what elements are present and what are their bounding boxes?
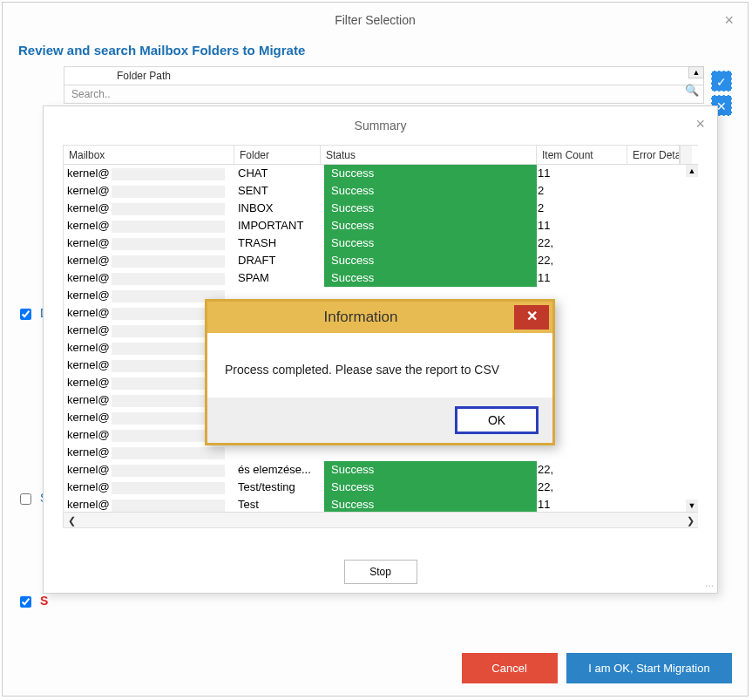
cell-status: Success — [321, 182, 537, 200]
col-folder[interactable]: Folder — [234, 146, 321, 164]
cell-folder: SENT — [234, 182, 321, 200]
table-row[interactable]: kernel@SPAMSuccess11 — [64, 269, 698, 287]
cell-error — [627, 444, 680, 461]
cell-folder: és elemzése... — [234, 461, 321, 479]
info-message: Process completed. Please save the repor… — [207, 333, 552, 398]
cell-count: 22, — [537, 252, 627, 269]
cell-mailbox: kernel@ — [64, 217, 234, 234]
checkbox-skip-input[interactable] — [20, 596, 31, 608]
cell-mailbox: kernel@ — [64, 479, 234, 496]
cell-error — [627, 461, 680, 479]
cell-error — [627, 200, 680, 217]
cell-count: 11 — [537, 496, 627, 513]
scroll-right-icon[interactable]: ❯ — [682, 513, 698, 527]
scroll-down-icon[interactable]: ▼ — [686, 500, 698, 512]
cell-error — [627, 217, 680, 234]
col-status[interactable]: Status — [321, 146, 537, 164]
cell-count: 11 — [537, 217, 627, 234]
col-mailbox[interactable]: Mailbox — [64, 146, 234, 164]
search-input[interactable]: Search.. — [64, 85, 704, 104]
cell-mailbox: kernel@ — [64, 252, 234, 269]
information-modal: Information ✕ Process completed. Please … — [205, 299, 555, 445]
cell-folder: Test/testing — [234, 479, 321, 496]
cell-error — [627, 287, 680, 304]
cell-count: 11 — [537, 269, 627, 287]
cell-status: Success — [321, 269, 537, 287]
info-footer: OK — [207, 398, 552, 443]
cell-folder: DRAFT — [234, 252, 321, 269]
cell-status: Success — [321, 496, 537, 513]
col-item-count[interactable]: Item Count — [537, 146, 627, 164]
summary-title: Summary — [44, 106, 717, 145]
scroll-up-icon[interactable]: ▲ — [686, 165, 698, 177]
cell-status: Success — [321, 200, 537, 217]
sort-arrows: ▲ — [688, 66, 704, 78]
col-error-details[interactable]: Error Details — [627, 146, 680, 164]
stop-button[interactable]: Stop — [344, 560, 417, 584]
arrow-up-icon[interactable]: ▲ — [688, 66, 704, 78]
cell-error — [627, 374, 680, 391]
filter-selection-dialog: × Filter Selection Review and search Mai… — [2, 2, 749, 697]
dialog-title: Filter Selection — [3, 3, 748, 37]
table-row[interactable]: kernel@TestSuccess11 — [64, 496, 698, 513]
cell-folder — [234, 444, 321, 461]
table-row[interactable]: kernel@INBOXSuccess 2 — [64, 200, 698, 217]
ok-button[interactable]: OK — [455, 406, 539, 434]
cell-mailbox: kernel@ — [64, 444, 234, 461]
cell-folder: SPAM — [234, 269, 321, 287]
scroll-left-icon[interactable]: ❮ — [64, 513, 79, 527]
checkbox-skip[interactable]: S — [20, 594, 48, 608]
table-row[interactable]: kernel@SENTSuccess 2 — [64, 182, 698, 200]
resize-grip-icon[interactable]: ... — [705, 577, 714, 589]
section-title: Review and search Mailbox Folders to Mig… — [3, 37, 748, 66]
table-row[interactable]: kernel@Test/testingSuccess22, — [64, 479, 698, 496]
table-row[interactable]: kernel@TRASHSuccess22, — [64, 234, 698, 252]
cell-count: 2 — [537, 182, 627, 200]
cell-status: Success — [321, 461, 537, 479]
cell-folder: CHAT — [234, 165, 321, 182]
close-icon[interactable]: × — [724, 11, 734, 30]
cell-error — [627, 269, 680, 287]
folder-path-header[interactable]: Folder Path — [64, 66, 704, 85]
cell-count: 22, — [537, 479, 627, 496]
grid-header: Mailbox Folder Status Item Count Error D… — [64, 146, 698, 165]
cancel-button[interactable]: Cancel — [462, 653, 558, 683]
info-header: Information ✕ — [207, 302, 552, 333]
cell-folder: TRASH — [234, 234, 321, 252]
cell-count: 22, — [537, 234, 627, 252]
scroll-track[interactable] — [79, 513, 682, 527]
horizontal-scrollbar[interactable]: ❮ ❯ — [64, 512, 698, 527]
cell-error — [627, 165, 680, 182]
cell-folder: Test — [234, 496, 321, 513]
cell-status: Success — [321, 479, 537, 496]
checkbox-s-input[interactable] — [20, 493, 31, 505]
cell-folder: IMPORTANT — [234, 217, 321, 234]
table-row[interactable]: kernel@és elemzése...Success22, — [64, 461, 698, 479]
cell-count: 11 — [537, 165, 627, 182]
cell-mailbox: kernel@ — [64, 200, 234, 217]
cell-status: Success — [321, 165, 537, 182]
start-migration-button[interactable]: I am OK, Start Migration — [566, 653, 732, 683]
cell-error — [627, 496, 680, 513]
checkbox-d-input[interactable] — [20, 309, 31, 320]
table-row[interactable]: kernel@IMPORTANTSuccess11 — [64, 217, 698, 234]
cell-count — [537, 444, 627, 461]
cell-error — [627, 304, 680, 322]
checkbox-skip-label: S — [40, 594, 48, 608]
bottom-buttons: Cancel I am OK, Start Migration — [457, 653, 732, 683]
cell-folder: INBOX — [234, 200, 321, 217]
table-row[interactable]: kernel@ — [64, 444, 698, 461]
info-close-icon[interactable]: ✕ — [514, 305, 549, 330]
cell-error — [627, 357, 680, 374]
table-row[interactable]: kernel@CHATSuccess11 — [64, 165, 698, 182]
cell-mailbox: kernel@ — [64, 269, 234, 287]
cell-error — [627, 479, 680, 496]
cell-status: Success — [321, 252, 537, 269]
search-icon[interactable]: 🔍 — [685, 84, 699, 97]
scrollbar-gutter — [680, 146, 692, 164]
select-all-button[interactable]: ✓ — [711, 71, 732, 92]
cell-count: 2 — [537, 200, 627, 217]
cell-error — [627, 409, 680, 426]
table-row[interactable]: kernel@DRAFTSuccess22, — [64, 252, 698, 269]
summary-close-icon[interactable]: × — [695, 115, 705, 133]
